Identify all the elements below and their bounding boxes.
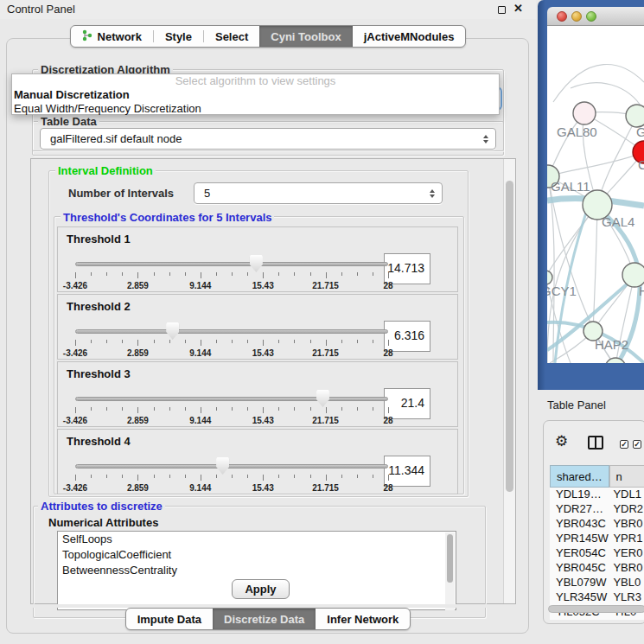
tick-label: 28 — [383, 483, 392, 493]
number-of-intervals-combobox[interactable]: 5 — [194, 182, 443, 204]
table-cell[interactable]: YBR045C — [550, 561, 609, 576]
attribute-item-betweennesscentrality[interactable]: BetweennessCentrality — [58, 563, 456, 578]
table-cell[interactable]: YDL1 — [609, 488, 644, 502]
slider-track[interactable] — [75, 262, 388, 266]
tick-label: 9.144 — [189, 348, 211, 358]
tick-label: 28 — [383, 281, 392, 290]
slider-handle-icon[interactable] — [166, 322, 179, 340]
table-row[interactable]: YBR043CYBR0 — [550, 517, 644, 532]
network-node[interactable] — [547, 271, 552, 284]
tick-mark — [326, 340, 327, 346]
tab-label: Infer Network — [327, 613, 399, 626]
table-cell[interactable]: YER0 — [609, 546, 644, 561]
tick-mark — [294, 407, 295, 411]
table-cell[interactable]: YBR043C — [550, 517, 609, 532]
threshold-value-field[interactable]: 6.316 — [384, 321, 430, 352]
slider-track[interactable] — [75, 464, 388, 469]
apply-button[interactable]: Apply — [232, 579, 290, 599]
table-row[interactable]: YLR345WYLR3 — [550, 590, 644, 605]
checkbox-icon[interactable]: ✓ — [620, 440, 628, 449]
slider-tick-labels: -3.4262.8599.14415.4321.71528 — [75, 483, 388, 494]
slider-track[interactable] — [75, 329, 388, 334]
tick-mark — [341, 407, 342, 411]
tab-jactivemnodules[interactable]: jActiveMNodules — [353, 26, 466, 47]
gear-icon[interactable]: ⚙ — [555, 434, 568, 449]
tick-mark — [341, 272, 342, 276]
vertical-scrollbar-thumb[interactable] — [506, 181, 513, 492]
table-cell[interactable]: YBR0 — [609, 517, 644, 532]
tick-mark — [137, 407, 138, 413]
table-cell[interactable]: YLR3 — [609, 590, 644, 605]
table-row[interactable]: YER054CYER0 — [550, 546, 644, 561]
slider-track[interactable] — [75, 397, 388, 401]
zoom-traffic-light-icon[interactable] — [586, 11, 596, 22]
tab-style[interactable]: Style — [154, 26, 203, 47]
table-cell[interactable]: YDR2 — [609, 502, 644, 517]
attribute-item-selfloops[interactable]: SelfLoops — [58, 532, 456, 547]
attribute-item-topologicalcoefficient[interactable]: TopologicalCoefficient — [58, 547, 456, 563]
tick-label: 28 — [383, 416, 392, 425]
slider-handle-icon[interactable] — [216, 457, 229, 475]
tick-mark — [185, 407, 186, 411]
table-cell[interactable]: YER054C — [550, 546, 609, 561]
table-row[interactable]: YBL079WYBL0 — [550, 576, 644, 590]
threshold-value-field[interactable]: 21.4 — [384, 388, 430, 419]
slider-ticks — [75, 340, 388, 347]
tab-strip: NetworkStyleSelectCyni ToolboxjActiveMNo… — [70, 25, 467, 48]
dropdown-option-manual-discretization[interactable]: Manual Discretization — [12, 88, 499, 102]
threshold-label: Threshold 4 — [67, 435, 131, 448]
tab-discretize-data[interactable]: Discretize Data — [213, 609, 316, 629]
column-header-shared[interactable]: shared… — [550, 465, 609, 488]
table-row[interactable]: YBR045CYBR0 — [550, 561, 644, 576]
table-cell[interactable]: YBL0 — [609, 576, 644, 590]
table-cell[interactable]: YDL19… — [550, 488, 609, 502]
table-row[interactable]: YPR145WYPR1 — [550, 532, 644, 546]
column-header-name[interactable]: n — [609, 465, 644, 488]
control-panel-titlebar[interactable]: Control Panel ✕ — [0, 0, 536, 19]
tab-network[interactable]: Network — [71, 26, 153, 47]
network-window-titlebar[interactable] — [547, 7, 644, 26]
tick-mark — [263, 340, 264, 346]
checkbox-icon[interactable]: ✓ — [633, 440, 641, 449]
network-node[interactable] — [573, 102, 596, 124]
minimize-traffic-light-icon[interactable] — [571, 11, 582, 22]
table-cell[interactable]: YDR27… — [550, 502, 609, 517]
threshold-slider[interactable]: -3.4262.8599.14415.4321.71528 — [75, 456, 388, 495]
network-edge[interactable] — [548, 152, 644, 176]
table-cell[interactable]: YBR0 — [609, 561, 644, 576]
dropdown-option-equal-width-frequency-discretization[interactable]: Equal Width/Frequency Discretization — [12, 102, 499, 116]
close-icon[interactable]: ✕ — [513, 2, 523, 15]
slider-handle-icon[interactable] — [316, 390, 329, 407]
table-cell[interactable]: YBL079W — [550, 576, 609, 590]
table-row[interactable]: YDR27…YDR2 — [550, 502, 644, 517]
attributes-scrollbar[interactable] — [445, 532, 455, 610]
threshold-slider[interactable]: -3.4262.8599.14415.4321.71528 — [75, 253, 388, 293]
attributes-scrollbar-thumb[interactable] — [447, 534, 453, 583]
tab-select[interactable]: Select — [204, 26, 259, 47]
threshold-value-field[interactable]: 11.344 — [384, 456, 430, 487]
columns-icon[interactable] — [588, 436, 603, 450]
numerical-attributes-label: Numerical Attributes — [48, 516, 158, 529]
float-window-icon[interactable] — [498, 6, 506, 14]
horizontal-scrollbar[interactable] — [548, 605, 644, 614]
threshold-slider[interactable]: -3.4262.8599.14415.4321.71528 — [75, 321, 388, 360]
network-edge[interactable] — [553, 64, 644, 102]
close-traffic-light-icon[interactable] — [557, 11, 567, 22]
table-cell[interactable]: YPR1 — [609, 532, 644, 546]
network-canvas[interactable]: GAL80G.CGAL11GAL4GCY1HHAP2 — [547, 26, 644, 363]
slider-handle-icon[interactable] — [250, 255, 263, 272]
table-cell[interactable]: YLR345W — [550, 590, 609, 605]
horizontal-scrollbar-thumb[interactable] — [548, 605, 644, 613]
threshold-slider[interactable]: -3.4262.8599.14415.4321.71528 — [75, 388, 388, 428]
table-cell[interactable]: YPR145W — [550, 532, 609, 546]
attributes-group-title: Attributes to discretize — [38, 500, 165, 513]
network-view-window[interactable]: GAL80G.CGAL11GAL4GCY1HHAP2 — [538, 0, 644, 390]
tab-impute-data[interactable]: Impute Data — [126, 609, 213, 629]
threshold-value-field[interactable]: 14.713 — [384, 253, 430, 284]
vertical-scrollbar[interactable] — [503, 159, 515, 603]
tick-label: 15.43 — [252, 483, 274, 493]
tab-cyni-toolbox[interactable]: Cyni Toolbox — [259, 26, 352, 47]
tick-mark — [341, 475, 342, 478]
tab-infer-network[interactable]: Infer Network — [316, 609, 410, 629]
table-row[interactable]: YDL19…YDL1 — [550, 488, 644, 502]
